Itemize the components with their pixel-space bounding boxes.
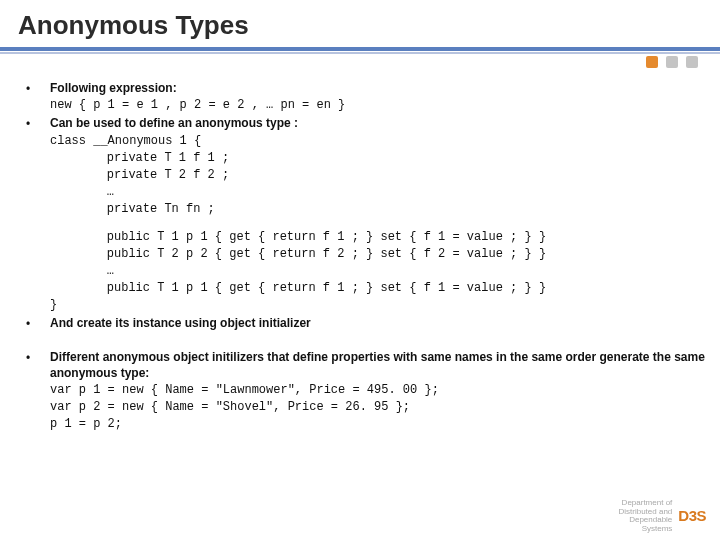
bullet-2-code-0: class __Anonymous 1 { [50,134,201,148]
bullet-2-code-2: private T 2 f 2 ; [50,168,229,182]
dot-orange [646,56,658,68]
footer: Department of Distributed and Dependable… [619,499,707,534]
footer-line-4: Systems [642,524,673,533]
bullet-4-code-0: var p 1 = new { Name = "Lawnmower", Pric… [50,383,439,397]
bullet-icon: • [26,115,50,132]
bullet-1-code: new { p 1 = e 1 , p 2 = e 2 , … pn = en … [50,98,345,112]
slide-body: • Following expression: new { p 1 = e 1 … [0,54,720,433]
bullet-4-code-2: p 1 = p 2; [50,417,122,431]
bullet-3: • And create its instance using object i… [26,315,708,332]
bullet-icon: • [26,349,50,366]
footer-line-1: Department of [622,498,673,507]
rule-top [0,47,720,51]
corner-dots [646,56,698,68]
bullet-1: • Following expression: new { p 1 = e 1 … [26,80,708,113]
slide-title: Anonymous Types [0,0,720,47]
footer-line-2: Distributed and [619,507,673,516]
bullet-3-text: And create its instance using object ini… [50,316,311,330]
bullet-2-code-1: private T 1 f 1 ; [50,151,229,165]
bullet-2-code-6: public T 1 p 1 { get { return f 1 ; } se… [50,230,546,244]
bullet-2-code-10: } [50,298,57,312]
bullet-2-code-7: public T 2 p 2 { get { return f 2 ; } se… [50,247,546,261]
bullet-icon: • [26,315,50,332]
footer-line-3: Dependable [629,515,672,524]
bullet-2-code-9: public T 1 p 1 { get { return f 1 ; } se… [50,281,546,295]
bullet-2-code-8: … [50,264,114,278]
dot-grey-2 [686,56,698,68]
bullet-4-code-1: var p 2 = new { Name = "Shovel", Price =… [50,400,410,414]
bullet-1-text: Following expression: [50,81,177,95]
bullet-4: • Different anonymous object initilizers… [26,349,708,433]
footer-logo: D3S [678,508,706,525]
bullet-4-text: Different anonymous object initilizers t… [50,350,705,380]
bullet-2-code-3: … [50,185,114,199]
bullet-2-code-4: private Tn fn ; [50,202,215,216]
dot-grey-1 [666,56,678,68]
footer-text: Department of Distributed and Dependable… [619,499,673,534]
bullet-2: • Can be used to define an anonymous typ… [26,115,708,313]
bullet-icon: • [26,80,50,97]
bullet-2-text: Can be used to define an anonymous type … [50,116,298,130]
